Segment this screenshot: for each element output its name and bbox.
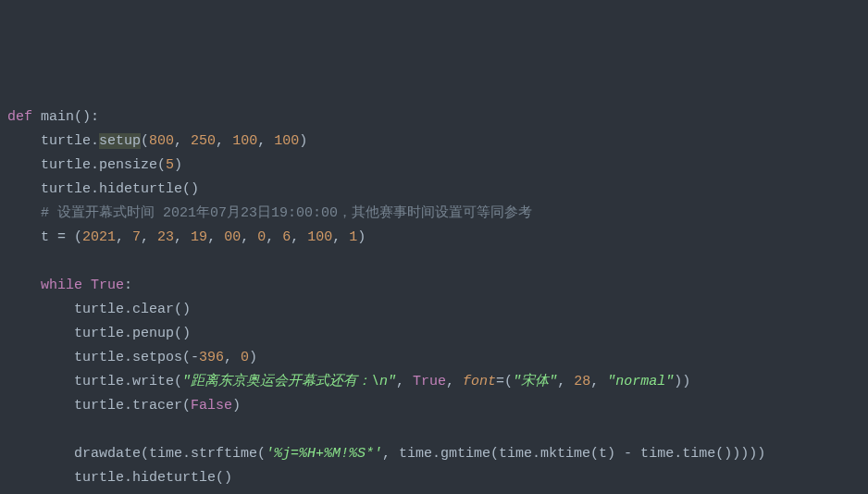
text: turtle.penup() (7, 326, 191, 341)
text: turtle.tracer( (7, 398, 191, 414)
keyword-false: False (191, 398, 232, 414)
punct: (): (74, 109, 99, 125)
comma: , (590, 374, 607, 389)
code-line: # 设置开幕式时间 2021年07月23日19:00:00，其他赛事时间设置可等… (7, 205, 532, 221)
number: 396 (199, 350, 224, 365)
code-line: turtle.write("距离东京奥运会开幕式还有：\n", True, fo… (7, 374, 690, 389)
punct: =( (496, 374, 513, 389)
text: turtle.hideturtle() (7, 470, 232, 486)
code-line: turtle.tracer(False) (7, 398, 241, 414)
comma: , (241, 229, 257, 245)
comma: , (266, 229, 282, 245)
func-name: main (41, 109, 74, 125)
punct: ) (357, 229, 366, 245)
kwarg-font: font (463, 374, 496, 389)
text: t = ( (7, 229, 82, 245)
comma: , (216, 133, 232, 149)
code-line: turtle.setup(800, 250, 100, 100) (7, 133, 307, 149)
number: 0 (241, 350, 249, 365)
text: , time.gmtime(time.mktime(t) - time.time… (382, 446, 765, 462)
number: 5 (166, 157, 174, 173)
keyword-while: while (41, 278, 82, 293)
number: 250 (191, 133, 216, 149)
code-line: turtle.setpos(-396, 0) (7, 350, 257, 365)
code-line: turtle.clear() (7, 302, 191, 317)
number: 28 (574, 374, 590, 389)
code-line: t = (2021, 7, 23, 19, 00, 0, 6, 100, 1) (7, 229, 366, 245)
number: 100 (274, 133, 299, 149)
text: turtle.hideturtle() (7, 181, 199, 197)
highlighted-text: setup (99, 133, 141, 149)
code-line: def main(): (7, 109, 99, 125)
string: "normal" (607, 374, 674, 389)
code-editor[interactable]: def main(): turtle.setup(800, 250, 100, … (7, 105, 868, 494)
number: 19 (191, 229, 207, 245)
number: 2021 (82, 229, 116, 245)
text: turtle.pensize( (7, 157, 166, 173)
comma: , (224, 350, 241, 365)
comma: , (557, 374, 574, 389)
number: 800 (149, 133, 174, 149)
number: 6 (282, 229, 291, 245)
comma: , (116, 229, 132, 245)
code-line: turtle.hideturtle() (7, 181, 199, 197)
number: 1 (349, 229, 357, 245)
number: 100 (232, 133, 257, 149)
code-line: turtle.pensize(5) (7, 157, 182, 173)
punct: ( (141, 133, 149, 149)
string: "宋体" (513, 374, 557, 389)
punct: ) (232, 398, 241, 414)
keyword-true: True (413, 374, 446, 389)
number: 7 (132, 229, 141, 245)
code-line: turtle.penup() (7, 326, 191, 341)
comment: # 设置开幕式时间 2021年07月23日19:00:00，其他赛事时间设置可等… (7, 205, 532, 221)
code-line: turtle.hideturtle() (7, 470, 232, 486)
number: 100 (307, 229, 332, 245)
comma: , (257, 133, 274, 149)
comma: , (396, 374, 413, 389)
code-line: drawdate(time.strftime('%j=%H+%M!%S*', t… (7, 446, 765, 462)
keyword-true: True (91, 278, 124, 293)
code-line: while True: (7, 278, 132, 293)
comma: , (141, 229, 157, 245)
keyword-def: def (7, 109, 32, 125)
comma: , (174, 133, 191, 149)
text: turtle.setpos(- (7, 350, 199, 365)
indent (7, 278, 41, 293)
text: turtle.clear() (7, 302, 191, 317)
string: "距离东京奥运会开幕式还有：\n" (182, 374, 396, 389)
string: '%j=%H+%M!%S*' (266, 446, 382, 462)
punct: )) (674, 374, 690, 389)
text: turtle. (7, 133, 99, 149)
text: drawdate(time.strftime( (7, 446, 266, 462)
number: 23 (157, 229, 174, 245)
space (82, 278, 91, 293)
text: turtle.write( (7, 374, 182, 389)
comma: , (291, 229, 307, 245)
punct: ) (249, 350, 257, 365)
comma: , (332, 229, 349, 245)
comma: , (446, 374, 463, 389)
number: 00 (224, 229, 241, 245)
comma: , (207, 229, 224, 245)
punct: ) (299, 133, 307, 149)
comma: , (174, 229, 191, 245)
punct: ) (174, 157, 182, 173)
number: 0 (257, 229, 266, 245)
colon: : (124, 278, 132, 293)
